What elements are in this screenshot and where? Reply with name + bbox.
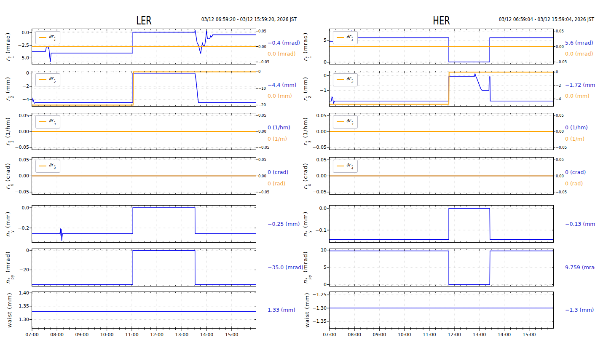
y-tick-label: 0 xyxy=(305,59,327,65)
readout-r3-orange: 0 (1/m) xyxy=(565,136,584,142)
x-tick-label: 14:00 xyxy=(494,332,515,337)
readout-r3-blue: 0 (1/hm) xyxy=(565,124,588,131)
y-tick-label: 0.05 xyxy=(305,157,327,163)
legend-r4: ∂r*4 xyxy=(35,160,60,173)
plot-area xyxy=(32,71,256,107)
plot-frame xyxy=(330,249,554,286)
legend-r1: ∂r*1 xyxy=(35,31,60,44)
series-r2-star-blue xyxy=(32,73,256,103)
y-tick-label: 0.00 xyxy=(7,173,29,179)
math-sub: 1 xyxy=(309,55,311,58)
right-tick-label: −0.05 xyxy=(258,145,269,150)
readout-waist-blue: −1.3 (mm) xyxy=(565,307,594,313)
y-tick-label: 0 xyxy=(305,282,327,287)
right-tick-label: 0.00 xyxy=(258,45,266,49)
legend-line-swatch xyxy=(337,166,344,166)
math-unit: (1/hm) xyxy=(302,117,308,138)
readout-ny-blue: −0.13 (mm) xyxy=(565,221,595,228)
x-tick-label: 09:00 xyxy=(72,332,92,337)
legend-r2: ∂r*2 xyxy=(333,73,358,86)
legend-r1: ∂r*1 xyxy=(333,31,358,44)
column-her: HER 03/12 06:59:04 - 03/12 15:59:04, 202… xyxy=(298,0,595,364)
x-tick-label: 12:00 xyxy=(444,332,464,337)
math-sub: 3 xyxy=(54,123,55,126)
x-tick-label: 10:00 xyxy=(97,332,117,337)
plot-area xyxy=(329,71,554,107)
x-tick-label: 09:00 xyxy=(369,332,389,337)
math-base: ∂r xyxy=(49,76,53,81)
math-sub: 1 xyxy=(351,39,353,41)
readout-r2-blue: −4.4 (mm) xyxy=(268,82,296,88)
y-axis-label: r*1(mrad) xyxy=(302,32,311,61)
readout-r1-blue: −0.4 (mrad) xyxy=(268,40,300,46)
y-tick-label: −0.2 xyxy=(7,225,29,231)
math-base: n xyxy=(5,233,11,237)
plot-area xyxy=(32,113,256,150)
y-tick-label: −20 xyxy=(7,267,29,273)
math-subsup: *3 xyxy=(351,121,353,126)
legend-line-swatch xyxy=(39,166,46,166)
legend-line-swatch xyxy=(337,37,344,38)
right-tick-label: −4 xyxy=(556,97,561,101)
x-tick-label: 07:00 xyxy=(22,332,42,337)
plot-area xyxy=(329,249,554,286)
math-sub: 4 xyxy=(309,184,311,186)
y-tick-label: 0.00 xyxy=(7,129,29,134)
readout-r4-orange: 0 (rad) xyxy=(268,180,285,187)
series-ny-star-blue xyxy=(32,208,256,241)
plot-area xyxy=(329,113,554,150)
panel-ler-waist: waist(mm)1.401.351.301.33 (mm)07:0008:00… xyxy=(0,292,298,329)
right-tick-label: 0.05 xyxy=(556,29,564,33)
right-tick-label: −0.05 xyxy=(258,60,269,64)
math-base: ∂r xyxy=(346,34,351,39)
panel-ler-r3: r*3(1/hm)0.050.00−0.05∂r*30.050.00−0.050… xyxy=(0,113,298,150)
right-tick-label: −20 xyxy=(258,103,266,107)
readout-r1-orange: 0.0 (mrad) xyxy=(565,51,593,57)
y-tick-label: 0.05 xyxy=(305,113,327,118)
y-tick-label: −0.05 xyxy=(305,189,327,195)
y-tick-label: −1 xyxy=(305,88,327,93)
legend-r4: ∂r*4 xyxy=(333,160,358,173)
right-tick-label: −10 xyxy=(258,86,266,91)
x-tick-label: 15:00 xyxy=(222,332,242,337)
math-sub: py xyxy=(11,275,14,280)
math-unit: (1/hm) xyxy=(5,117,11,138)
legend-r2: ∂r*2 xyxy=(35,73,60,86)
math-subsup: *2 xyxy=(54,79,55,84)
readout-r2-orange: 0.0 (mm) xyxy=(268,93,292,99)
series-npy-star-blue xyxy=(32,250,256,284)
x-tick-label: 13:00 xyxy=(469,332,489,337)
panel-her-r3: r*3(1/hm)0.050.00−0.05∂r*30.050.00−0.050… xyxy=(298,113,595,150)
plot-area xyxy=(32,292,256,329)
math-sub: 4 xyxy=(54,168,55,170)
math-subsup: *4 xyxy=(54,166,55,170)
panel-ler-ny: n*y(mm)0.0−0.2−0.25 (mm) xyxy=(0,205,298,243)
plot-area xyxy=(329,29,554,64)
plot-area xyxy=(329,205,554,243)
math-subsup: *4 xyxy=(9,184,14,186)
math-subsup: *3 xyxy=(306,140,312,143)
right-tick-label: 0.00 xyxy=(556,129,564,134)
y-tick-label: 1.40 xyxy=(7,290,29,296)
right-tick-label: 0.05 xyxy=(258,29,266,33)
legend-line-swatch xyxy=(337,79,344,80)
math-subsup: *3 xyxy=(54,121,55,126)
plot-frame xyxy=(330,206,554,243)
x-tick-label: 08:00 xyxy=(47,332,67,337)
right-tick-label: 0.00 xyxy=(556,174,564,178)
y-tick-label: −4 xyxy=(7,97,29,102)
plot-area xyxy=(329,292,554,329)
math-base: ∂r xyxy=(49,118,53,123)
y-tick-label: 0 xyxy=(7,248,29,253)
y-tick-label: 0.00 xyxy=(305,173,327,179)
y-tick-label: −5.0 xyxy=(7,55,29,61)
math-sub: 2 xyxy=(309,95,311,98)
y-tick-label: 0 xyxy=(305,73,327,78)
y-tick-label: −1.25 xyxy=(305,292,327,297)
math-sub: 4 xyxy=(351,168,353,170)
readout-r2-orange: 0.0 (mm) xyxy=(565,93,590,99)
y-tick-label: 0.0 xyxy=(7,30,29,35)
panel-ler-npy: n*py(mrad)0−20−35.0 (mrad) xyxy=(0,249,298,286)
legend-label: ∂r*4 xyxy=(346,162,353,170)
series-ny-star-blue xyxy=(329,209,554,240)
